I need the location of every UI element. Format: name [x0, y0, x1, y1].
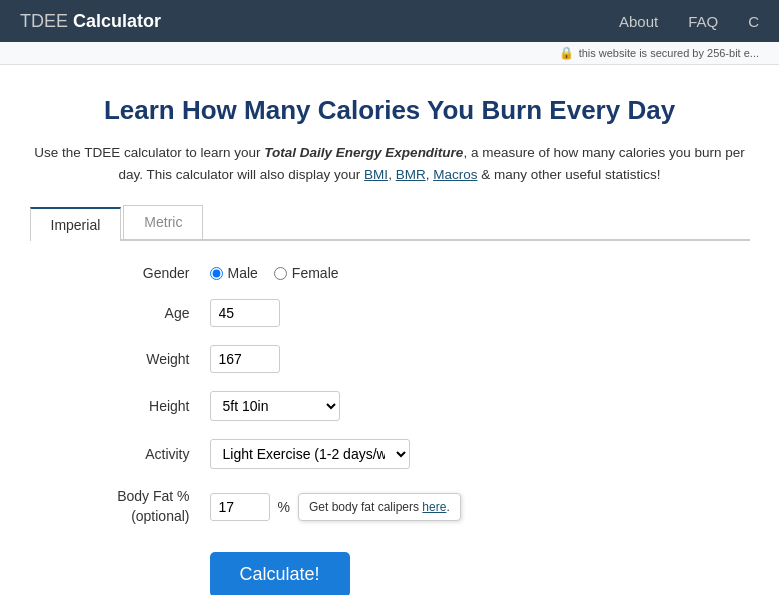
body-fat-label: Body Fat % (optional) — [30, 487, 210, 526]
main-content: Learn How Many Calories You Burn Every D… — [10, 65, 770, 595]
body-fat-input-group: % Get body fat calipers here. — [210, 493, 461, 521]
brand: TDEE Calculator — [20, 11, 161, 32]
nav-links: About FAQ C — [619, 13, 759, 30]
brand-calculator: Calculator — [73, 11, 161, 31]
nav-about[interactable]: About — [619, 13, 658, 30]
gender-label: Gender — [30, 265, 210, 281]
gender-female-radio[interactable] — [274, 267, 287, 280]
page-title: Learn How Many Calories You Burn Every D… — [30, 95, 750, 126]
tab-imperial[interactable]: Imperial — [30, 207, 122, 241]
body-fat-input[interactable] — [210, 493, 270, 521]
body-fat-group: Body Fat % (optional) % Get body fat cal… — [30, 487, 750, 526]
height-label: Height — [30, 398, 210, 414]
gender-male-label[interactable]: Male — [210, 265, 258, 281]
body-fat-label-text: Body Fat % — [30, 487, 190, 507]
weight-group: Weight — [30, 345, 750, 373]
calculate-button[interactable]: Calculate! — [210, 552, 350, 595]
security-bar: 🔒 this website is secured by 256-bit e..… — [0, 42, 779, 65]
navbar: TDEE Calculator About FAQ C — [0, 0, 779, 42]
page-description: Use the TDEE calculator to learn your To… — [30, 142, 750, 185]
age-input[interactable] — [210, 299, 280, 327]
link-bmi[interactable]: BMI — [364, 167, 388, 182]
desc-end: & many other useful statistics! — [477, 167, 660, 182]
weight-input[interactable] — [210, 345, 280, 373]
calculator-form: Gender Male Female Age Weight — [30, 265, 750, 595]
tooltip-text-prefix: Get body fat calipers — [309, 500, 422, 514]
link-macros[interactable]: Macros — [433, 167, 477, 182]
percent-symbol: % — [278, 499, 290, 515]
security-text: this website is secured by 256-bit e... — [579, 47, 759, 59]
nav-faq[interactable]: FAQ — [688, 13, 718, 30]
age-label: Age — [30, 305, 210, 321]
tab-metric[interactable]: Metric — [123, 205, 203, 239]
lock-icon: 🔒 — [559, 46, 574, 60]
desc-bold: Total Daily Energy Expenditure — [264, 145, 463, 160]
activity-group: Activity Sedentary (little or no exercis… — [30, 439, 750, 469]
nav-more[interactable]: C — [748, 13, 759, 30]
height-group: Height 5ft 7in 5ft 8in 5ft 9in 5ft 10in … — [30, 391, 750, 421]
age-group: Age — [30, 299, 750, 327]
tooltip-text-suffix: . — [446, 500, 449, 514]
gender-female-text: Female — [292, 265, 339, 281]
weight-label: Weight — [30, 351, 210, 367]
gender-group: Gender Male Female — [30, 265, 750, 281]
gender-radio-group: Male Female — [210, 265, 339, 281]
gender-female-label[interactable]: Female — [274, 265, 339, 281]
height-select[interactable]: 5ft 7in 5ft 8in 5ft 9in 5ft 10in 5ft 11i… — [210, 391, 340, 421]
activity-label: Activity — [30, 446, 210, 462]
body-fat-tooltip: Get body fat calipers here. — [298, 493, 461, 521]
gender-male-radio[interactable] — [210, 267, 223, 280]
brand-tdee: TDEE — [20, 11, 68, 31]
desc-prefix: Use the TDEE calculator to learn your — [34, 145, 264, 160]
body-fat-optional-text: (optional) — [30, 507, 190, 527]
unit-tabs: Imperial Metric — [30, 205, 750, 241]
tooltip-here-link[interactable]: here — [422, 500, 446, 514]
link-bmr[interactable]: BMR — [396, 167, 426, 182]
activity-select[interactable]: Sedentary (little or no exercise) Light … — [210, 439, 410, 469]
gender-male-text: Male — [228, 265, 258, 281]
